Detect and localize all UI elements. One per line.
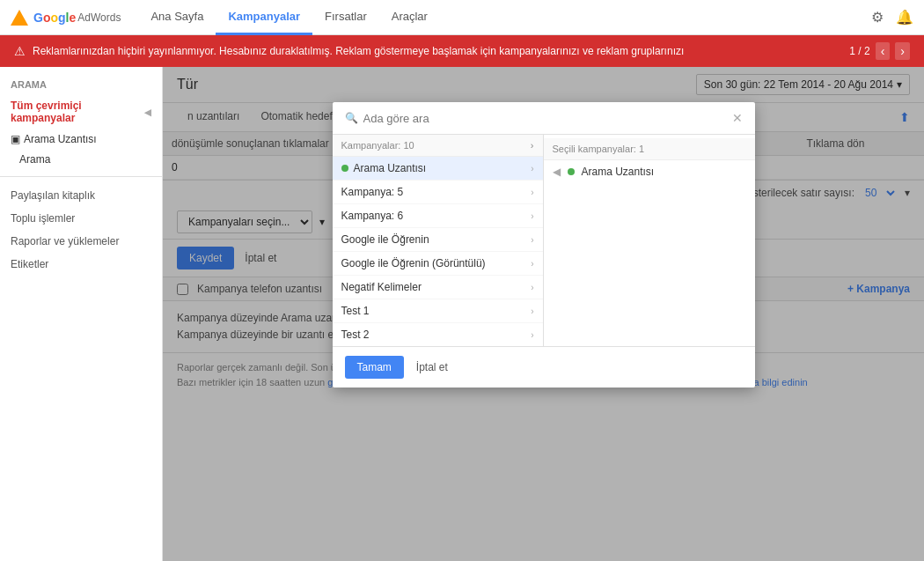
nav-tools[interactable]: Araçlar [379,0,440,35]
campaign-item-label-3: Google ile Öğrenin [341,233,532,246]
modal-left-panel: Kampanyalar: 10 › Arama Uzantısı › Kampa… [333,135,544,346]
campaign-item-arrow-6: › [531,306,533,316]
modal-body: Kampanyalar: 10 › Arama Uzantısı › Kampa… [333,135,755,346]
modal-campaigns-count: Kampanyalar: 10 [341,140,414,151]
modal-cancel-button[interactable]: İptal et [413,356,451,379]
modal-campaign-item-5[interactable]: Negatif Kelimeler › [333,276,543,299]
campaign-item-arrow-4: › [531,259,533,269]
selected-status-dot [568,168,575,175]
sidebar-item-search-extension[interactable]: ▣ Arama Uzantısı [0,129,162,150]
alert-next-button[interactable]: › [895,42,910,60]
logo-icon [11,10,28,26]
modal-campaigns-arrow: › [531,140,534,151]
sidebar-labels[interactable]: Etiketler [0,253,162,276]
modal-campaign-item-6[interactable]: Test 1 › [333,299,543,323]
bell-icon[interactable]: 🔔 [896,9,913,26]
alert-prev-button[interactable]: ‹ [876,42,891,60]
main-content: Tür Son 30 gün: 22 Tem 2014 - 20 Ağu 201… [163,67,924,561]
alert-icon: ⚠ [14,44,26,58]
nav-home[interactable]: Ana Sayfa [138,0,216,35]
logo-adwords: AdWords [77,11,121,24]
sidebar: Arama Tüm çevrimiçi kampanyalar ◀ ▣ Aram… [0,67,163,561]
modal-search-bar: 🔍 ✕ [333,102,755,135]
modal-right-panel: Seçili kampanyalar: 1 ◀ Arama Uzantısı [544,135,755,346]
campaign-item-label-7: Test 2 [341,328,532,341]
deselect-item-icon[interactable]: ◀ [553,166,561,178]
folder-icon: ▣ [11,133,20,145]
modal-search-icon: 🔍 [345,112,358,124]
logo: Google AdWords [11,10,121,26]
modal-selected-header: Seçili kampanyalar: 1 [544,138,755,160]
sidebar-divider [0,176,162,177]
campaign-selector-modal: 🔍 ✕ Kampanyalar: 10 › Arama Uz [333,102,755,388]
campaign-item-label-6: Test 1 [341,305,532,317]
sidebar-item-label: Arama Uzantısı [24,133,97,145]
modal-campaigns-header: Kampanyalar: 10 › [333,135,543,157]
campaign-item-arrow-0: › [531,164,533,173]
modal-confirm-button[interactable]: Tamam [345,356,404,379]
modal-campaign-item-1[interactable]: Kampanya: 5 › [333,181,543,204]
gear-icon[interactable]: ⚙ [871,9,884,26]
campaign-status-dot [341,165,348,172]
alert-navigation: 1 / 2 ‹ › [849,42,910,60]
modal-campaign-item-0[interactable]: Arama Uzantısı › [333,157,543,181]
sidebar-collapse-icon: ◀ [144,107,151,117]
campaign-item-label-4: Google ile Öğrenin (Görüntülü) [341,257,532,269]
campaign-item-arrow-5: › [531,283,533,292]
campaign-item-label-1: Kampanya: 5 [341,186,532,198]
sidebar-item-label: Tüm çevrimiçi kampanyalar [11,100,141,124]
modal-selected-item-0: ◀ Arama Uzantısı [544,160,755,183]
modal-search-input[interactable] [363,112,727,125]
campaign-item-label-2: Kampanya: 6 [341,210,532,222]
campaign-item-arrow-2: › [531,211,533,221]
top-navigation: Google AdWords Ana Sayfa Kampanyalar Fır… [0,0,924,35]
alert-text: Reklamlarınızdan hiçbiri yayınlanmıyor. … [33,45,842,57]
modal-campaign-item-4[interactable]: Google ile Öğrenin (Görüntülü) › [333,252,543,276]
sidebar-reports[interactable]: Raporlar ve yüklemeler [0,230,162,253]
modal-campaign-item-2[interactable]: Kampanya: 6 › [333,204,543,228]
campaign-item-arrow-1: › [531,188,533,197]
sidebar-search-label: Arama [0,74,162,95]
modal-footer: Tamam İptal et [333,346,755,388]
sidebar-shared-library[interactable]: Paylaşılan kitaplık [0,184,162,207]
campaign-item-arrow-7: › [531,330,533,340]
alert-counter: 1 / 2 [849,45,869,57]
modal-campaign-item-7[interactable]: Test 2 › [333,323,543,346]
main-layout: Arama Tüm çevrimiçi kampanyalar ◀ ▣ Aram… [0,67,924,561]
sidebar-item-all-campaigns[interactable]: Tüm çevrimiçi kampanyalar ◀ [0,95,162,129]
modal-selected-count: Seçili kampanyalar: 1 [553,144,645,154]
nav-opportunities[interactable]: Fırsatlar [312,0,379,35]
nav-right: ⚙ 🔔 [871,9,913,26]
logo-text: Google [33,11,76,25]
alert-bar: ⚠ Reklamlarınızdan hiçbiri yayınlanmıyor… [0,35,924,67]
sidebar-sub-search[interactable]: Arama [0,150,162,169]
campaign-item-arrow-3: › [531,235,533,245]
main-nav: Ana Sayfa Kampanyalar Fırsatlar Araçlar [138,0,440,35]
modal-overlay: 🔍 ✕ Kampanyalar: 10 › Arama Uz [163,67,924,561]
nav-campaigns[interactable]: Kampanyalar [216,0,312,35]
campaign-item-label-5: Negatif Kelimeler [341,281,532,293]
sidebar-bulk-operations[interactable]: Toplu işlemler [0,207,162,230]
modal-search-clear-icon[interactable]: ✕ [732,111,743,125]
selected-item-label: Arama Uzantısı [582,166,655,178]
campaign-item-label-0: Arama Uzantısı [354,162,532,174]
modal-campaign-item-3[interactable]: Google ile Öğrenin › [333,228,543,252]
